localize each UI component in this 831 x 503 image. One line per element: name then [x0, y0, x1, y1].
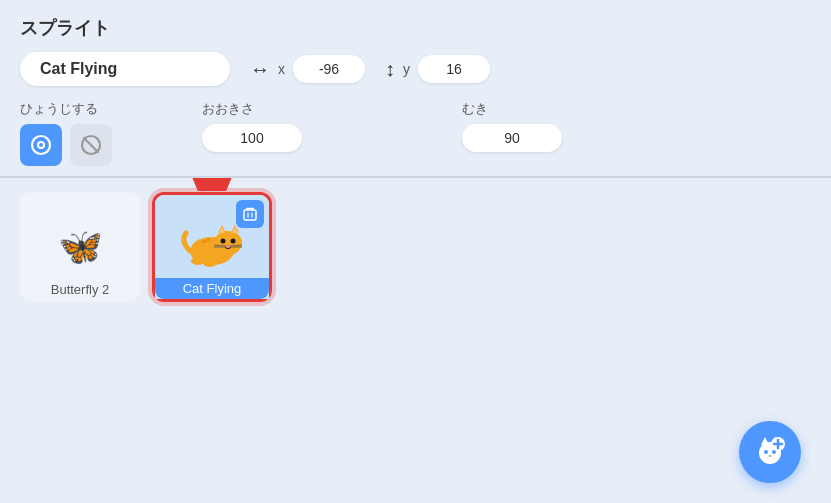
svg-marker-29: [761, 437, 769, 445]
selection-arrow: [187, 178, 237, 195]
svg-point-27: [203, 259, 217, 267]
sprite-section: スプライト ↔ x ↕ y ひょうじする: [20, 16, 811, 176]
direction-group: むき: [462, 100, 562, 152]
direction-label: むき: [462, 100, 562, 118]
add-sprite-button[interactable]: [739, 421, 801, 483]
svg-point-31: [764, 450, 768, 454]
sprite-card-cat-flying[interactable]: Cat Flying: [152, 192, 272, 302]
cat-flying-sprite: [176, 221, 248, 273]
svg-point-20: [231, 239, 236, 244]
sprites-panel: 🦋 Butterfly 2: [20, 178, 811, 503]
x-label: x: [278, 61, 285, 77]
y-value-input[interactable]: [418, 55, 490, 83]
add-sprite-icon: [751, 433, 789, 471]
svg-point-21: [226, 245, 230, 248]
main-container: スプライト ↔ x ↕ y ひょうじする: [0, 0, 831, 503]
down-arrow-icon: [187, 178, 237, 191]
x-coord-group: ↔ x: [250, 55, 365, 83]
sprite-props-row: ひょうじする: [20, 100, 811, 166]
svg-point-26: [191, 257, 205, 265]
y-axis-icon: ↕: [385, 58, 395, 81]
svg-point-19: [221, 239, 226, 244]
svg-point-32: [772, 450, 776, 454]
size-group: おおきさ: [202, 100, 302, 152]
visibility-buttons: [20, 124, 112, 166]
svg-rect-7: [244, 210, 256, 220]
svg-point-2: [39, 143, 43, 147]
size-input[interactable]: [202, 124, 302, 152]
svg-point-33: [769, 455, 772, 457]
y-coord-group: ↕ y: [385, 55, 490, 83]
visibility-group: ひょうじする: [20, 100, 112, 166]
y-label: y: [403, 61, 410, 77]
cat-flying-label: Cat Flying: [155, 278, 269, 299]
sprite-controls-row: ↔ x ↕ y: [20, 52, 811, 86]
butterfly2-label: Butterfly 2: [22, 279, 138, 300]
sprite-card-butterfly2[interactable]: 🦋 Butterfly 2: [20, 192, 140, 302]
direction-input[interactable]: [462, 124, 562, 152]
show-button[interactable]: [20, 124, 62, 166]
visibility-label: ひょうじする: [20, 100, 112, 118]
sprite-name-input[interactable]: [20, 52, 230, 86]
delete-sprite-button[interactable]: [236, 200, 264, 228]
hide-button[interactable]: [70, 124, 112, 166]
trash-icon: [243, 207, 257, 221]
eye-open-icon: [30, 134, 52, 156]
x-value-input[interactable]: [293, 55, 365, 83]
butterfly2-image: 🦋: [50, 222, 110, 272]
size-label: おおきさ: [202, 100, 302, 118]
sprite-section-title: スプライト: [20, 16, 811, 40]
x-axis-icon: ↔: [250, 58, 270, 81]
svg-point-14: [214, 231, 242, 255]
svg-line-4: [84, 138, 98, 152]
eye-closed-icon: [80, 134, 102, 156]
